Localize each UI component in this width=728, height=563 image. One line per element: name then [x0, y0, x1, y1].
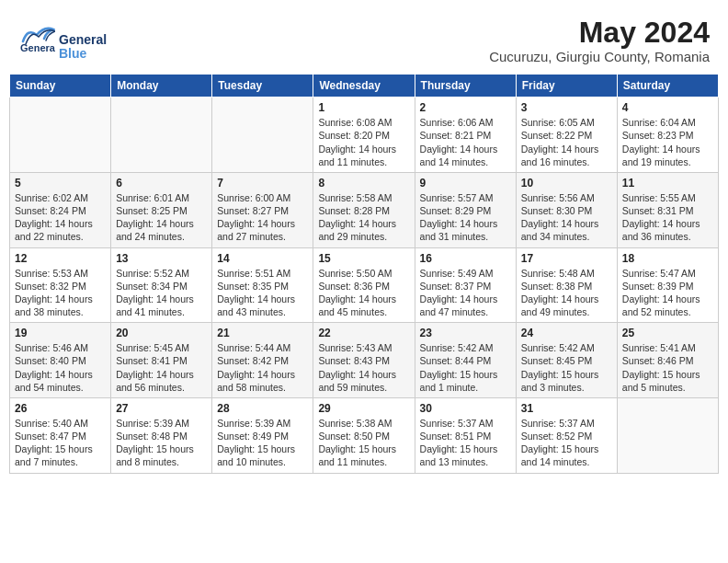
day-detail: Sunrise: 5:44 AMSunset: 8:42 PMDaylight:…	[217, 341, 308, 394]
calendar-cell: 21Sunrise: 5:44 AMSunset: 8:42 PMDayligh…	[212, 323, 313, 398]
logo: General Blue General Blue	[18, 17, 107, 62]
calendar-cell: 24Sunrise: 5:42 AMSunset: 8:45 PMDayligh…	[516, 323, 617, 398]
calendar-cell: 15Sunrise: 5:50 AMSunset: 8:36 PMDayligh…	[313, 247, 415, 323]
calendar-week-row: 1Sunrise: 6:08 AMSunset: 8:20 PMDaylight…	[10, 98, 719, 173]
day-detail: Sunrise: 5:56 AMSunset: 8:30 PMDaylight:…	[521, 191, 612, 244]
day-number: 23	[420, 327, 511, 339]
day-number: 28	[217, 402, 308, 415]
day-detail: Sunrise: 5:53 AMSunset: 8:32 PMDaylight:…	[15, 267, 106, 319]
logo-general: General	[59, 33, 107, 47]
day-number: 5	[15, 177, 106, 190]
day-number: 8	[318, 177, 409, 190]
day-number: 2	[420, 101, 511, 114]
calendar-cell: 31Sunrise: 5:37 AMSunset: 8:52 PMDayligh…	[516, 397, 617, 473]
day-number: 30	[420, 402, 511, 415]
day-detail: Sunrise: 5:51 AMSunset: 8:35 PMDaylight:…	[217, 267, 308, 319]
day-detail: Sunrise: 5:57 AMSunset: 8:29 PMDaylight:…	[420, 191, 511, 244]
day-detail: Sunrise: 5:39 AMSunset: 8:49 PMDaylight:…	[217, 417, 308, 469]
day-number: 21	[217, 327, 308, 339]
day-detail: Sunrise: 5:41 AMSunset: 8:46 PMDaylight:…	[622, 341, 713, 394]
day-detail: Sunrise: 5:55 AMSunset: 8:31 PMDaylight:…	[622, 191, 713, 244]
calendar-cell: 18Sunrise: 5:47 AMSunset: 8:39 PMDayligh…	[617, 247, 718, 323]
calendar-cell	[10, 98, 111, 173]
calendar-cell: 16Sunrise: 5:49 AMSunset: 8:37 PMDayligh…	[415, 247, 516, 323]
day-number: 14	[217, 252, 308, 265]
day-number: 26	[15, 402, 106, 415]
day-detail: Sunrise: 6:04 AMSunset: 8:23 PMDaylight:…	[622, 116, 713, 168]
logo-icon: General Blue	[18, 18, 55, 59]
calendar-cell: 29Sunrise: 5:38 AMSunset: 8:50 PMDayligh…	[313, 397, 415, 473]
day-number: 18	[622, 252, 713, 265]
day-detail: Sunrise: 5:46 AMSunset: 8:40 PMDaylight:…	[15, 341, 106, 394]
weekday-header-wednesday: Wednesday	[313, 75, 415, 98]
calendar-cell: 11Sunrise: 5:55 AMSunset: 8:31 PMDayligh…	[617, 172, 718, 247]
month-year-title: May 2024	[489, 17, 710, 49]
day-detail: Sunrise: 5:39 AMSunset: 8:48 PMDaylight:…	[116, 417, 207, 469]
calendar-cell: 12Sunrise: 5:53 AMSunset: 8:32 PMDayligh…	[10, 247, 111, 323]
day-detail: Sunrise: 6:06 AMSunset: 8:21 PMDaylight:…	[420, 116, 511, 168]
calendar-header-row: SundayMondayTuesdayWednesdayThursdayFrid…	[10, 75, 719, 98]
weekday-header-sunday: Sunday	[10, 75, 111, 98]
day-number: 20	[116, 327, 207, 339]
calendar-cell: 17Sunrise: 5:48 AMSunset: 8:38 PMDayligh…	[516, 247, 617, 323]
day-number: 12	[15, 252, 106, 265]
day-number: 7	[217, 177, 308, 190]
calendar-cell: 4Sunrise: 6:04 AMSunset: 8:23 PMDaylight…	[617, 98, 718, 173]
calendar-cell: 3Sunrise: 6:05 AMSunset: 8:22 PMDaylight…	[516, 98, 617, 173]
day-number: 10	[521, 177, 612, 190]
weekday-header-tuesday: Tuesday	[212, 75, 313, 98]
calendar-body: 1Sunrise: 6:08 AMSunset: 8:20 PMDaylight…	[10, 98, 719, 473]
day-number: 16	[420, 252, 511, 265]
day-detail: Sunrise: 5:43 AMSunset: 8:43 PMDaylight:…	[318, 341, 409, 394]
day-detail: Sunrise: 6:01 AMSunset: 8:25 PMDaylight:…	[116, 191, 207, 244]
day-detail: Sunrise: 5:47 AMSunset: 8:39 PMDaylight:…	[622, 267, 713, 319]
day-number: 29	[318, 402, 409, 415]
calendar-week-row: 26Sunrise: 5:40 AMSunset: 8:47 PMDayligh…	[10, 397, 719, 473]
calendar-cell: 22Sunrise: 5:43 AMSunset: 8:43 PMDayligh…	[313, 323, 415, 398]
weekday-header-friday: Friday	[516, 75, 617, 98]
calendar-cell	[212, 98, 313, 173]
day-detail: Sunrise: 5:38 AMSunset: 8:50 PMDaylight:…	[318, 417, 409, 469]
calendar-week-row: 5Sunrise: 6:02 AMSunset: 8:24 PMDaylight…	[10, 172, 719, 247]
weekday-header-monday: Monday	[111, 75, 212, 98]
day-number: 27	[116, 402, 207, 415]
calendar-cell: 5Sunrise: 6:02 AMSunset: 8:24 PMDaylight…	[10, 172, 111, 247]
calendar-cell: 19Sunrise: 5:46 AMSunset: 8:40 PMDayligh…	[10, 323, 111, 398]
title-block: May 2024 Cucuruzu, Giurgiu County, Roman…	[489, 17, 710, 64]
day-number: 31	[521, 402, 612, 415]
calendar-cell: 6Sunrise: 6:01 AMSunset: 8:25 PMDaylight…	[111, 172, 212, 247]
calendar-cell: 20Sunrise: 5:45 AMSunset: 8:41 PMDayligh…	[111, 323, 212, 398]
day-detail: Sunrise: 5:42 AMSunset: 8:45 PMDaylight:…	[521, 341, 612, 394]
day-detail: Sunrise: 5:50 AMSunset: 8:36 PMDaylight:…	[318, 267, 409, 319]
calendar-cell: 26Sunrise: 5:40 AMSunset: 8:47 PMDayligh…	[10, 397, 111, 473]
calendar-cell	[617, 397, 718, 473]
day-number: 24	[521, 327, 612, 339]
day-number: 15	[318, 252, 409, 265]
page-header: General Blue General Blue May 2024 Cucur…	[9, 9, 719, 68]
day-detail: Sunrise: 5:49 AMSunset: 8:37 PMDaylight:…	[420, 267, 511, 319]
calendar-cell: 25Sunrise: 5:41 AMSunset: 8:46 PMDayligh…	[617, 323, 718, 398]
day-number: 9	[420, 177, 511, 190]
day-detail: Sunrise: 5:40 AMSunset: 8:47 PMDaylight:…	[15, 417, 106, 469]
day-number: 13	[116, 252, 207, 265]
calendar-week-row: 12Sunrise: 5:53 AMSunset: 8:32 PMDayligh…	[10, 247, 719, 323]
day-detail: Sunrise: 6:05 AMSunset: 8:22 PMDaylight:…	[521, 116, 612, 168]
weekday-header-saturday: Saturday	[617, 75, 718, 98]
day-number: 6	[116, 177, 207, 190]
day-number: 19	[15, 327, 106, 339]
day-number: 4	[622, 101, 713, 114]
calendar-cell	[111, 98, 212, 173]
day-detail: Sunrise: 6:08 AMSunset: 8:20 PMDaylight:…	[318, 116, 409, 168]
day-number: 17	[521, 252, 612, 265]
logo-text-block: General Blue	[59, 33, 107, 62]
location-subtitle: Cucuruzu, Giurgiu County, Romania	[489, 49, 710, 64]
day-detail: Sunrise: 6:00 AMSunset: 8:27 PMDaylight:…	[217, 191, 308, 244]
day-detail: Sunrise: 5:37 AMSunset: 8:52 PMDaylight:…	[521, 417, 612, 469]
day-detail: Sunrise: 5:42 AMSunset: 8:44 PMDaylight:…	[420, 341, 511, 394]
calendar-week-row: 19Sunrise: 5:46 AMSunset: 8:40 PMDayligh…	[10, 323, 719, 398]
logo-blue: Blue	[59, 47, 107, 61]
calendar-cell: 8Sunrise: 5:58 AMSunset: 8:28 PMDaylight…	[313, 172, 415, 247]
day-detail: Sunrise: 5:45 AMSunset: 8:41 PMDaylight:…	[116, 341, 207, 394]
day-detail: Sunrise: 5:48 AMSunset: 8:38 PMDaylight:…	[521, 267, 612, 319]
day-number: 11	[622, 177, 713, 190]
